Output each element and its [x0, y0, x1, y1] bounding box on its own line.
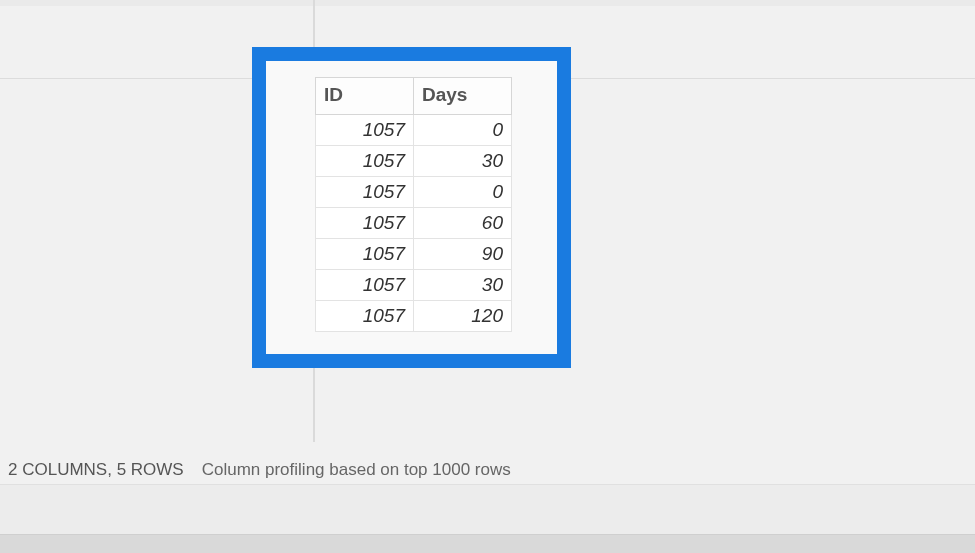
cell-days: 0 — [414, 177, 512, 208]
column-header-id[interactable]: ID — [316, 78, 414, 115]
cell-days: 30 — [414, 146, 512, 177]
status-bar: 2 COLUMNS, 5 ROWS Column profiling based… — [0, 455, 975, 485]
cell-days: 60 — [414, 208, 512, 239]
cell-id: 1057 — [316, 208, 414, 239]
top-strip — [0, 0, 975, 6]
cell-days: 0 — [414, 115, 512, 146]
status-profiling: Column profiling based on top 1000 rows — [202, 460, 511, 480]
cell-id: 1057 — [316, 239, 414, 270]
table-row[interactable]: 1057 0 — [316, 115, 512, 146]
cell-days: 90 — [414, 239, 512, 270]
column-header-days[interactable]: Days — [414, 78, 512, 115]
table-row[interactable]: 1057 90 — [316, 239, 512, 270]
cell-id: 1057 — [316, 270, 414, 301]
data-table[interactable]: ID Days 1057 0 1057 30 1057 0 1057 60 10 — [315, 77, 512, 332]
cell-id: 1057 — [316, 177, 414, 208]
cell-days: 120 — [414, 301, 512, 332]
table-row[interactable]: 1057 60 — [316, 208, 512, 239]
cell-id: 1057 — [316, 301, 414, 332]
table-row[interactable]: 1057 120 — [316, 301, 512, 332]
table-row[interactable]: 1057 0 — [316, 177, 512, 208]
table-row[interactable]: 1057 30 — [316, 146, 512, 177]
bottom-bar — [0, 534, 975, 553]
cell-days: 30 — [414, 270, 512, 301]
cell-id: 1057 — [316, 146, 414, 177]
status-summary: 2 COLUMNS, 5 ROWS — [8, 460, 184, 480]
cell-id: 1057 — [316, 115, 414, 146]
table-row[interactable]: 1057 30 — [316, 270, 512, 301]
bottom-panel — [0, 484, 975, 534]
data-table-container: ID Days 1057 0 1057 30 1057 0 1057 60 10 — [315, 77, 512, 332]
